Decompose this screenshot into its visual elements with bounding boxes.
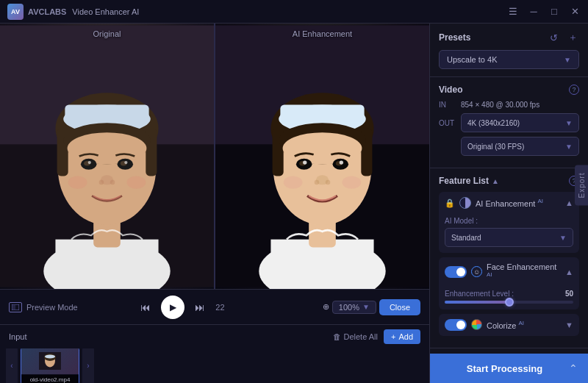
svg-point-38 — [283, 132, 362, 164]
video-out-row: OUT 4K (3840x2160) ▼ — [439, 113, 579, 132]
face-enhancement-expand-button[interactable]: ▲ — [565, 268, 573, 276]
export-tab[interactable]: Export — [575, 165, 588, 206]
zoom-caret-icon: ▼ — [362, 303, 370, 311]
svg-rect-36 — [280, 104, 364, 122]
ai-enhancement-name: AI Enhancement AI — [476, 198, 561, 208]
video-area: Original — [0, 24, 429, 289]
trash-icon: 🗑 — [333, 332, 341, 341]
files-scroll-right-button[interactable]: › — [82, 348, 94, 383]
resolution-caret-icon: ▼ — [565, 119, 573, 127]
frame-count: 22 — [215, 303, 224, 312]
input-label: Input — [9, 332, 26, 341]
face-enhancement-body: Enhancement Level : 50 — [439, 287, 579, 309]
right-scroll-area: Presets ↺ ＋ Upscale to 4K ▼ Video ? — [430, 24, 588, 354]
presets-section: Presets ↺ ＋ Upscale to 4K ▼ — [430, 24, 588, 77]
svg-rect-11 — [65, 104, 148, 122]
presets-dropdown[interactable]: Upscale to 4K ▼ — [439, 50, 579, 69]
thumb-preview-icon — [39, 352, 61, 370]
feature-list-collapse-button[interactable]: ▲ — [492, 177, 499, 185]
ai-enhancement-body: AI Model : Standard ▼ — [439, 214, 579, 253]
video-in-row: IN 854 × 480 @ 30.000 fps — [439, 101, 579, 109]
face-enhancement-icon: ☺ — [471, 266, 482, 277]
in-value: 854 × 480 @ 30.000 fps — [461, 101, 579, 109]
close-button[interactable]: ✕ — [569, 6, 581, 18]
colorize-item: Colorize AI ▼ — [439, 314, 579, 336]
start-processing-button[interactable]: Start Processing — [440, 363, 569, 374]
svg-point-18 — [88, 161, 91, 164]
add-preset-icon[interactable]: ＋ — [566, 31, 579, 44]
ai-enhancement-item: 🔒 AI Enhancement AI ▲ AI Model : Standar… — [439, 192, 579, 253]
fps-dropdown[interactable]: Original (30 FPS) ▼ — [461, 137, 579, 156]
refresh-icon[interactable]: ↺ — [547, 31, 560, 44]
colorize-header: Colorize AI ▼ — [439, 314, 579, 336]
enhancement-slider-track — [445, 301, 573, 304]
logo-icon: AV — [7, 4, 24, 20]
input-bar: Input 🗑 Delete All + Add ‹ — [0, 324, 429, 383]
export-label: Export — [578, 173, 586, 198]
ai-badge-0: AI — [537, 198, 543, 204]
ai-badge-1: AI — [487, 271, 492, 278]
svg-point-49 — [342, 176, 361, 188]
toggle-knob — [456, 268, 465, 276]
video-settings-section: Video ? IN 854 × 480 @ 30.000 fps OUT 4K… — [430, 77, 588, 168]
colorize-expand-button[interactable]: ▼ — [565, 321, 573, 329]
skip-back-button[interactable]: ⏮ — [136, 298, 155, 317]
close-preview-button[interactable]: Close — [379, 299, 420, 315]
left-panel: Original — [0, 24, 430, 383]
controls-bar: Preview Mode ⏮ ▶ ⏭ 22 ⊕ 100% ▼ Close — [0, 289, 429, 324]
resolution-dropdown[interactable]: 4K (3840x2160) ▼ — [461, 113, 579, 132]
zoom-control: ⊕ 100% ▼ Close — [323, 299, 420, 315]
enhancement-level-label: Enhancement Level : — [445, 290, 514, 298]
app-logo: AV AVCLABS — [7, 4, 66, 20]
files-scroll-left-button[interactable]: ‹ — [6, 348, 18, 383]
start-processing-bar[interactable]: Start Processing ⌃ — [430, 354, 588, 383]
playback-controls: ⏮ ▶ ⏭ 22 — [136, 296, 224, 319]
svg-rect-51 — [12, 305, 15, 309]
ai-enhancement-icon — [459, 197, 471, 209]
play-button[interactable]: ▶ — [161, 296, 184, 319]
ai-model-dropdown[interactable]: Standard ▼ — [445, 228, 573, 247]
enhancement-level-value: 50 — [565, 290, 573, 298]
maximize-button[interactable]: □ — [548, 6, 560, 18]
enhanced-portrait-svg — [215, 24, 429, 289]
in-label: IN — [439, 101, 461, 109]
video-settings-header: Video ? — [439, 85, 579, 95]
zoom-dropdown[interactable]: 100% ▼ — [332, 301, 376, 314]
input-header: Input 🗑 Delete All + Add — [0, 325, 429, 348]
preview-mode-section: Preview Mode — [9, 302, 78, 312]
ai-model-caret-icon: ▼ — [559, 234, 567, 242]
colorize-toggle[interactable] — [445, 319, 467, 331]
face-enhancement-name: Face Enhancement AI — [487, 262, 561, 282]
menu-icon[interactable]: ☰ — [507, 6, 519, 18]
file-thumbnail[interactable]: old-video2.mp4 — [21, 348, 79, 383]
svg-point-21 — [99, 180, 104, 185]
video-split-divider — [214, 24, 215, 289]
delete-all-label: Delete All — [344, 332, 378, 341]
face-enhancement-toggle[interactable] — [445, 266, 467, 278]
input-actions: 🗑 Delete All + Add — [333, 329, 421, 344]
svg-point-47 — [326, 180, 330, 185]
ai-enhancement-expand-button[interactable]: ▲ — [565, 198, 573, 207]
zoom-level: 100% — [339, 303, 359, 312]
add-button[interactable]: + Add — [384, 329, 420, 344]
presets-icons: ↺ ＋ — [547, 31, 579, 44]
skip-forward-button[interactable]: ⏭ — [190, 298, 209, 317]
svg-point-48 — [284, 176, 303, 188]
video-fps-row: Original (30 FPS) ▼ — [439, 137, 579, 156]
svg-point-43 — [303, 160, 306, 164]
enhanced-video-canvas — [215, 24, 429, 289]
delete-all-button[interactable]: 🗑 Delete All — [333, 332, 378, 341]
presets-title: Presets — [439, 32, 470, 43]
add-icon: + — [391, 332, 395, 341]
model-label: AI Model : — [445, 217, 573, 225]
enhancement-slider-thumb[interactable] — [505, 298, 514, 307]
video-settings-help-icon[interactable]: ? — [569, 85, 579, 95]
feature-list-title: Feature List — [439, 176, 489, 186]
right-panel: Export Presets ↺ ＋ Upscale to 4K ▼ — [430, 24, 588, 383]
svg-point-19 — [124, 161, 127, 164]
svg-point-13 — [68, 132, 147, 164]
resolution-value: 4K (3840x2160) — [467, 119, 520, 127]
minimize-button[interactable]: ─ — [528, 6, 539, 18]
window-controls: ☰ ─ □ ✕ — [507, 6, 581, 18]
titlebar: AV AVCLABS Video Enhancer AI ☰ ─ □ ✕ — [0, 0, 588, 24]
